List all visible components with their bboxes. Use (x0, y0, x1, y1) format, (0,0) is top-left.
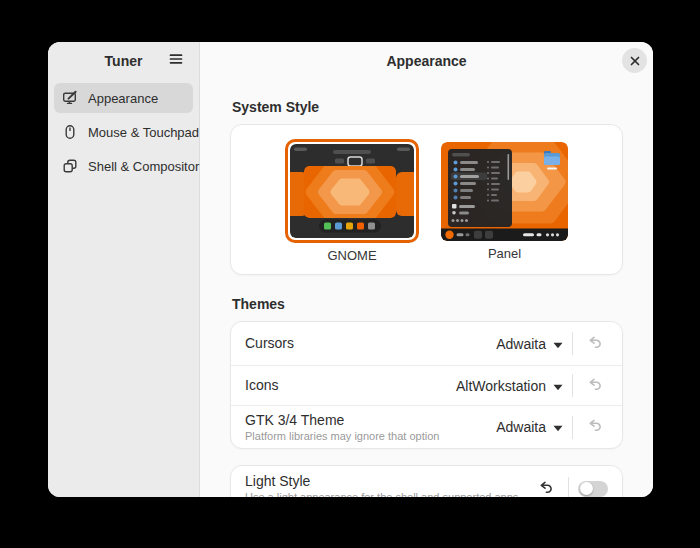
dropdown-value: Adwaita (496, 336, 546, 352)
dropdown-value: AltWorkstation (456, 378, 546, 394)
theme-row-cursors: Cursors Adwaita (231, 322, 622, 365)
row-subtitle: Use a light appearance for the shell and… (245, 491, 518, 497)
icons-theme-dropdown[interactable]: AltWorkstation (456, 377, 563, 395)
theme-row-icons: Icons AltWorkstation (231, 365, 622, 405)
sidebar-nav: Appearance Mouse & Touchpad (48, 79, 199, 189)
divider (572, 332, 573, 355)
undo-icon (538, 479, 554, 498)
style-option-label: Panel (488, 245, 521, 262)
sidebar: Tuner (48, 42, 200, 497)
close-icon (630, 52, 640, 70)
dropdown-value: Adwaita (496, 419, 546, 435)
sidebar-item-label: Appearance (88, 91, 158, 106)
tuner-window: Tuner (48, 42, 653, 497)
undo-icon (587, 334, 603, 354)
row-title: Light Style (245, 473, 518, 490)
row-title: Icons (245, 377, 278, 394)
system-style-card: GNOME (230, 124, 623, 275)
section-title-themes: Themes (232, 296, 621, 313)
chevron-down-icon (553, 377, 563, 395)
appearance-page: System Style (200, 79, 653, 497)
sidebar-header: Tuner (48, 42, 199, 79)
gtk-reset-button[interactable] (582, 414, 608, 440)
main-header: Appearance (200, 42, 653, 79)
sidebar-item-label: Shell & Compositor (88, 159, 199, 174)
gnome-selected-frame (285, 139, 419, 243)
close-window-button[interactable] (622, 48, 647, 73)
row-title-wrap: Cursors (245, 335, 294, 352)
light-style-toggle[interactable] (578, 481, 608, 497)
light-style-card: Light Style Use a light appearance for t… (230, 465, 623, 497)
cursors-reset-button[interactable] (582, 331, 608, 357)
appearance-icon (62, 90, 78, 106)
theme-row-gtk: GTK 3/4 Theme Platform libraries may ign… (231, 405, 622, 448)
section-title-system-style: System Style (232, 99, 621, 116)
hamburger-icon (168, 51, 184, 71)
row-title-wrap: Light Style Use a light appearance for t… (245, 473, 518, 497)
divider (572, 416, 573, 439)
toggle-knob (580, 482, 593, 495)
sidebar-item-mouse-touchpad[interactable]: Mouse & Touchpad (54, 117, 193, 147)
row-controls: AltWorkstation (456, 373, 608, 399)
divider (568, 477, 569, 497)
row-title-wrap: GTK 3/4 Theme Platform libraries may ign… (245, 412, 439, 443)
row-subtitle: Platform libraries may ignore that optio… (245, 430, 439, 443)
row-controls: Adwaita (496, 331, 608, 357)
style-option-gnome[interactable]: GNOME (285, 139, 419, 264)
undo-icon (587, 376, 603, 396)
gnome-style-preview (290, 144, 414, 238)
panel-frame (441, 142, 568, 241)
chevron-down-icon (553, 418, 563, 436)
cursors-theme-dropdown[interactable]: Adwaita (496, 335, 563, 353)
sidebar-item-shell-compositor[interactable]: Shell & Compositor (54, 151, 193, 181)
light-style-row: Light Style Use a light appearance for t… (231, 466, 622, 497)
gtk-theme-dropdown[interactable]: Adwaita (496, 418, 563, 436)
mouse-icon (62, 124, 78, 140)
panel-style-preview (441, 142, 568, 241)
themes-card: Cursors Adwaita (230, 321, 623, 449)
icons-reset-button[interactable] (582, 373, 608, 399)
style-option-panel[interactable]: Panel (441, 142, 568, 262)
row-title-wrap: Icons (245, 377, 278, 394)
screen-background: Tuner (0, 0, 700, 548)
divider (572, 374, 573, 397)
row-title: Cursors (245, 335, 294, 352)
app-title: Tuner (105, 53, 143, 69)
row-controls (533, 476, 608, 498)
sidebar-item-appearance[interactable]: Appearance (54, 83, 193, 113)
main-menu-button[interactable] (163, 48, 189, 74)
row-title: GTK 3/4 Theme (245, 412, 439, 429)
shell-icon (62, 158, 78, 174)
light-style-reset-button[interactable] (533, 476, 559, 498)
undo-icon (587, 417, 603, 437)
main-pane: Appearance System Style (200, 42, 653, 497)
style-option-label: GNOME (327, 247, 376, 264)
sidebar-item-label: Mouse & Touchpad (88, 125, 199, 140)
chevron-down-icon (553, 335, 563, 353)
row-controls: Adwaita (496, 414, 608, 440)
page-title: Appearance (386, 53, 466, 69)
